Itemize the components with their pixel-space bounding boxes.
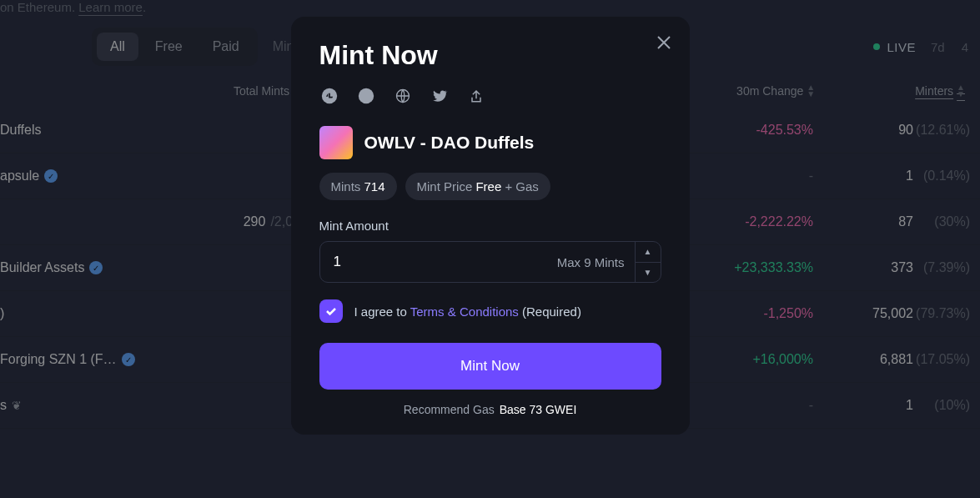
mint-modal: Mint Now OWLV - DAO Duffels Mints 714 Mi… bbox=[291, 17, 690, 435]
chevron-up-icon: ▲ bbox=[644, 247, 652, 256]
max-hint: Max 9 Mints bbox=[557, 255, 625, 269]
amount-label: Mint Amount bbox=[319, 219, 661, 233]
svg-point-1 bbox=[358, 88, 373, 103]
looksrare-icon[interactable] bbox=[356, 86, 376, 106]
check-icon bbox=[324, 304, 338, 318]
quantity-stepper: ▲ ▼ bbox=[635, 242, 661, 282]
collection-name: OWLV - DAO Duffels bbox=[364, 133, 535, 153]
mints-stat: Mints 714 bbox=[319, 173, 397, 200]
opensea-icon[interactable] bbox=[319, 86, 339, 106]
agree-checkbox[interactable] bbox=[319, 299, 343, 323]
amount-input-wrap: Max 9 Mints ▲ ▼ bbox=[319, 241, 661, 283]
close-icon bbox=[656, 35, 671, 50]
mint-now-button[interactable]: Mint Now bbox=[319, 343, 661, 390]
amount-input[interactable] bbox=[334, 254, 557, 270]
agree-text: I agree to Terms & Conditions (Required) bbox=[354, 304, 581, 319]
share-icon[interactable] bbox=[466, 86, 486, 106]
collection-thumbnail bbox=[319, 126, 353, 159]
social-links bbox=[319, 86, 661, 106]
chevron-down-icon: ▼ bbox=[644, 268, 652, 277]
twitter-icon[interactable] bbox=[430, 86, 450, 106]
stepper-up[interactable]: ▲ bbox=[636, 242, 661, 263]
gas-recommendation: Recommend GasBase 73 GWEI bbox=[319, 403, 661, 416]
close-button[interactable] bbox=[656, 33, 671, 55]
modal-title: Mint Now bbox=[319, 40, 661, 71]
price-stat: Mint Price Free + Gas bbox=[405, 173, 550, 200]
website-icon[interactable] bbox=[393, 86, 413, 106]
terms-link[interactable]: Terms & Conditions bbox=[410, 304, 519, 319]
modal-overlay: Mint Now OWLV - DAO Duffels Mints 714 Mi… bbox=[0, 0, 980, 498]
stepper-down[interactable]: ▼ bbox=[636, 263, 661, 283]
